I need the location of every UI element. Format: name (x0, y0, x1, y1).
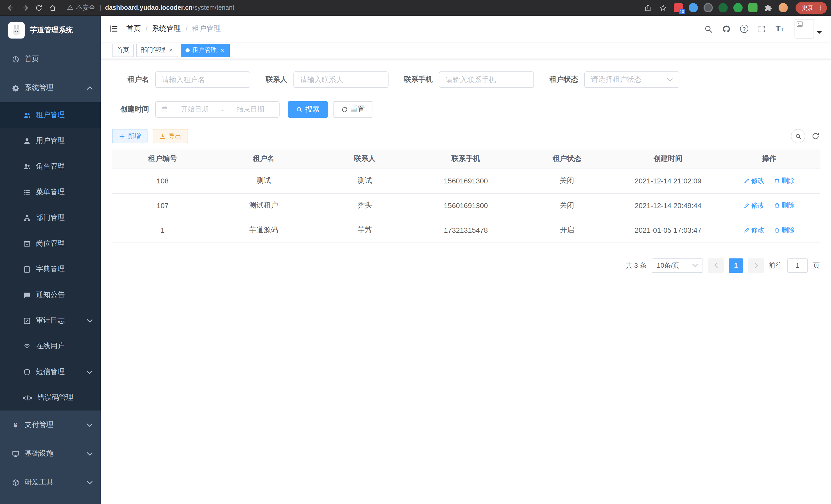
create-time-label: 创建时间 (112, 105, 149, 114)
sidebar-item-role[interactable]: 角色管理 (0, 154, 101, 179)
next-page-button[interactable] (748, 258, 764, 272)
edit-button[interactable]: 修改 (743, 176, 765, 185)
extension-icon[interactable] (704, 3, 713, 12)
edit-button[interactable]: 修改 (743, 201, 765, 210)
sidebar-item-devtools[interactable]: 研发工具 (0, 468, 101, 497)
sidebar-item-notice[interactable]: 通知公告 (0, 282, 101, 308)
sidebar-item-system[interactable]: 系统管理 (0, 73, 101, 102)
page-unit-label: 页 (813, 261, 820, 270)
app-logo[interactable]: 芋道管理系统 (0, 16, 101, 45)
toggle-search-button[interactable] (791, 129, 805, 143)
refresh-icon (811, 132, 820, 140)
end-date-placeholder: 结束日期 (227, 105, 274, 114)
sidebar-item-post[interactable]: 岗位管理 (0, 231, 101, 256)
sidebar-item-audit-log[interactable]: 审计日志 (0, 308, 101, 333)
share-button[interactable] (641, 2, 655, 14)
breadcrumb-current: 租户管理 (192, 24, 221, 33)
extension-icon[interactable] (748, 3, 757, 12)
status-select-placeholder: 请选择租户状态 (591, 75, 641, 84)
reset-button[interactable]: 重置 (333, 101, 373, 118)
sidebar-item-online-user[interactable]: 在线用户 (0, 333, 101, 359)
breadcrumb-system[interactable]: 系统管理 (152, 24, 181, 33)
yen-icon: ¥ (11, 421, 20, 429)
font-size-icon[interactable]: TT (771, 24, 789, 33)
browser-reload-button[interactable] (32, 2, 46, 14)
sidebar-item-dept[interactable]: 部门管理 (0, 205, 101, 231)
col-phone: 联系手机 (415, 149, 516, 169)
header-search-icon[interactable] (699, 24, 717, 33)
update-button[interactable]: 更新 (796, 2, 827, 13)
profile-avatar[interactable] (779, 3, 788, 12)
close-icon[interactable]: × (220, 47, 225, 54)
navbar-actions: ? TT (699, 19, 831, 38)
hamburger-icon[interactable] (101, 24, 126, 34)
tag-tenant[interactable]: 租户管理 × (181, 43, 230, 57)
tenant-name-input[interactable] (162, 76, 243, 84)
logo-rabbit-icon (8, 22, 25, 38)
sidebar-item-dict[interactable]: 字典管理 (0, 256, 101, 282)
table-header-row: 租户编号 租户名 联系人 联系手机 租户状态 创建时间 操作 (112, 149, 820, 169)
gear-icon (11, 84, 20, 92)
add-button[interactable]: 新增 (112, 129, 147, 143)
extension-icon[interactable] (718, 3, 728, 12)
trash-icon (774, 227, 780, 233)
browser-menu-icon[interactable] (817, 4, 824, 11)
dictionary-icon (23, 265, 31, 273)
sidebar-item-menu[interactable]: 菜单管理 (0, 179, 101, 205)
tenant-table: 租户编号 租户名 联系人 联系手机 租户状态 创建时间 操作 108 测试 (112, 149, 820, 243)
sidebar-item-home[interactable]: 首页 (0, 45, 101, 73)
close-icon[interactable]: × (168, 47, 174, 54)
address-bar[interactable]: 不安全 dashboard.yudao.iocoder.cn /system/t… (67, 2, 636, 14)
bookmark-star-button[interactable] (656, 2, 670, 14)
search-button[interactable]: 搜索 (288, 101, 328, 118)
goto-page-input[interactable] (787, 258, 808, 272)
sidebar-item-infra[interactable]: 基础设施 (0, 439, 101, 468)
code-icon: </> (23, 394, 32, 402)
sidebar-item-tenant[interactable]: 租户管理 (0, 102, 101, 128)
delete-button[interactable]: 删除 (774, 226, 795, 235)
breadcrumb-separator: / (145, 25, 147, 33)
sidebar-item-payment[interactable]: ¥ 支付管理 (0, 411, 101, 439)
help-icon[interactable]: ? (736, 25, 753, 33)
status-label: 租户状态 (549, 75, 578, 84)
delete-button[interactable]: 删除 (774, 176, 795, 185)
export-button[interactable]: 导出 (153, 129, 188, 143)
status-select[interactable]: 请选择租户状态 (584, 71, 679, 88)
toolbox-icon (11, 479, 20, 486)
caret-down-icon (816, 31, 822, 36)
phone-input[interactable] (446, 76, 527, 84)
page-size-select[interactable]: 10条/页 (652, 258, 703, 272)
github-icon[interactable] (717, 24, 736, 33)
delete-button[interactable]: 删除 (774, 201, 795, 210)
start-date-placeholder: 开始日期 (171, 105, 218, 114)
sidebar-item-sms[interactable]: 短信管理 (0, 359, 101, 385)
audit-log-icon (23, 317, 31, 324)
refresh-table-button[interactable] (811, 132, 820, 140)
extension-icon[interactable] (689, 3, 698, 12)
edit-button[interactable]: 修改 (743, 226, 765, 235)
browser-back-button[interactable] (4, 2, 18, 14)
pagination-total: 共 3 条 (626, 261, 647, 270)
chevron-down-icon (87, 452, 92, 455)
tag-dept[interactable]: 部门管理 × (136, 43, 178, 57)
calendar-icon (161, 106, 168, 113)
app-title: 芋道管理系统 (30, 26, 73, 35)
sidebar-item-error-code[interactable]: </> 错误码管理 (0, 385, 101, 411)
tag-home[interactable]: 首页 (112, 43, 134, 57)
extensions-puzzle-button[interactable] (761, 2, 775, 14)
status-badge: 关闭 (516, 169, 618, 193)
extension-icon[interactable] (733, 3, 743, 12)
avatar (795, 19, 814, 38)
fullscreen-icon[interactable] (753, 24, 771, 33)
browser-home-button[interactable] (46, 2, 60, 14)
prev-page-button[interactable] (708, 258, 724, 272)
user-avatar-menu[interactable] (795, 19, 822, 38)
sidebar-item-user[interactable]: 用户管理 (0, 128, 101, 154)
create-time-range-picker[interactable]: 开始日期 - 结束日期 (155, 101, 280, 118)
extension-icon[interactable]: 10 (674, 3, 683, 12)
breadcrumb-home[interactable]: 首页 (126, 24, 141, 33)
page-number-1[interactable]: 1 (729, 258, 743, 272)
browser-forward-button[interactable] (18, 2, 32, 14)
table-row: 107 测试租户 秃头 15601691300 关闭 2021-12-14 20… (112, 193, 820, 218)
contact-input[interactable] (300, 76, 382, 84)
